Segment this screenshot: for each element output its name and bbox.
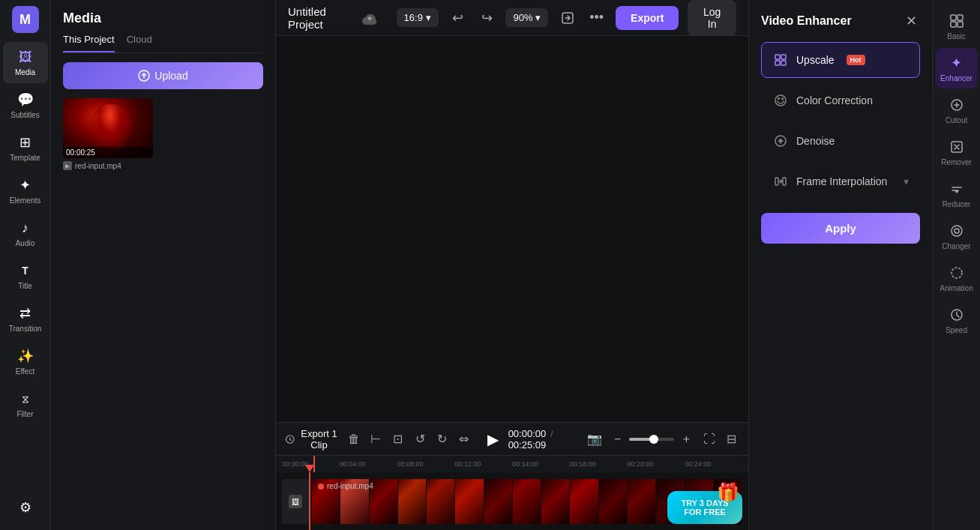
far-right-reducer[interactable]: Reducer (936, 174, 978, 214)
video-enhancer-content: Video Enhancer ✕ Upscale Hot (749, 0, 932, 530)
media-panel-title: Media (63, 10, 263, 26)
svg-point-8 (778, 97, 780, 100)
more-options-button[interactable]: ••• (586, 6, 607, 30)
frame-interpolation-chevron: ▾ (904, 175, 909, 187)
changer-label: Changer (942, 242, 970, 250)
far-right-panel: Basic ✦ Enhancer Cutout Remover (932, 0, 980, 530)
top-bar: Untitled Project 16:9 ▾ ↩ ↪ 90% ▾ ••• Ex… (276, 0, 748, 36)
playhead (309, 472, 310, 530)
sidebar-label-effect: Effect (16, 367, 34, 376)
sidebar-item-settings[interactable]: ⚙ (3, 493, 48, 523)
sidebar-label-elements: Elements (10, 196, 41, 205)
enhancer-option-color-correction[interactable]: Color Correction (761, 82, 920, 118)
far-right-changer[interactable]: Changer (936, 216, 978, 256)
cutout-label: Cutout (946, 116, 967, 124)
sidebar-item-filter[interactable]: ⧖ Filter (3, 384, 48, 425)
hot-badge: Hot (847, 55, 865, 65)
sidebar-item-elements[interactable]: ✦ Elements (3, 170, 48, 211)
media-item-0[interactable]: 00:00:25 ▶ red-input.mp4 (63, 98, 153, 170)
undo-button[interactable]: ↩ (448, 6, 468, 30)
project-name[interactable]: Untitled Project (288, 5, 352, 31)
upload-icon (138, 70, 150, 82)
animation-icon (948, 264, 966, 282)
export-clip-button[interactable]: Export 1 Clip (285, 428, 340, 451)
tab-this-project[interactable]: This Project (63, 34, 115, 52)
camera-button[interactable]: 📷 (586, 429, 602, 450)
media-grid: 00:00:25 ▶ red-input.mp4 (51, 98, 275, 170)
layout-button[interactable]: ⊟ (724, 429, 739, 450)
fullscreen-button[interactable]: ⛶ (701, 429, 717, 450)
sidebar-item-audio[interactable]: ♪ Audio (3, 213, 48, 254)
template-icon: ⊞ (16, 133, 34, 151)
flip-button[interactable]: ⇔ (456, 429, 472, 450)
zoom-in-button[interactable]: + (677, 430, 695, 448)
enhancer-option-denoise[interactable]: Denoise (761, 123, 920, 159)
app-logo: M (12, 6, 39, 33)
far-right-animation[interactable]: Animation (936, 258, 978, 298)
speed-label: Speed (946, 326, 967, 334)
zoom-out-button[interactable]: − (608, 430, 626, 448)
far-right-basic[interactable]: Basic (936, 6, 978, 46)
animation-label: Animation (940, 284, 973, 292)
crop-button[interactable]: ⊡ (390, 429, 406, 450)
enhancer-panel-icon: ✦ (948, 54, 966, 72)
export-button[interactable]: Export (616, 6, 679, 30)
apply-button[interactable]: Apply (761, 213, 920, 244)
share-button[interactable] (557, 6, 577, 30)
title-icon: T (16, 262, 34, 280)
enhancer-option-frame-interpolation[interactable]: Frame Interpolation ▾ (761, 163, 920, 199)
elements-icon: ✦ (16, 176, 34, 194)
sidebar-item-transition[interactable]: ⇄ Transition (3, 298, 48, 340)
sidebar-item-subtitles[interactable]: 💬 Subtitles (3, 85, 48, 126)
zoom-slider[interactable] (629, 438, 674, 441)
far-right-cutout[interactable]: Cutout (936, 90, 978, 130)
ruler-mark-6: 00:20:00 (628, 460, 685, 468)
sidebar-item-title[interactable]: T Title (3, 256, 48, 297)
far-right-enhancer[interactable]: ✦ Enhancer (936, 48, 978, 88)
tab-cloud[interactable]: Cloud (127, 34, 152, 52)
upload-button[interactable]: Upload (63, 62, 263, 89)
sidebar-label-audio: Audio (16, 239, 35, 248)
far-right-remover[interactable]: Remover (936, 132, 978, 172)
enhancer-option-denoise-left: Denoise (772, 133, 835, 149)
far-right-speed[interactable]: Speed (936, 300, 978, 340)
enhancer-option-upscale-left: Upscale Hot (772, 52, 865, 68)
zoom-selector[interactable]: 90% ▾ (505, 8, 548, 27)
ruler-mark-3: 00:12:00 (454, 460, 512, 468)
delete-button[interactable]: 🗑 (346, 429, 361, 450)
sidebar-item-template[interactable]: ⊞ Template (3, 127, 48, 169)
zoom-controls: − + (608, 430, 695, 448)
play-button[interactable]: ▶ (484, 427, 502, 451)
sidebar-item-effect[interactable]: ✨ Effect (3, 341, 48, 382)
cloud-save-icon[interactable] (361, 7, 378, 28)
sidebar-item-media[interactable]: 🖼 Media (3, 42, 48, 83)
media-header: Media This Project Cloud (51, 0, 275, 53)
svg-rect-15 (958, 15, 963, 20)
file-icon: ▶ (63, 161, 72, 170)
filter-icon: ⧖ (16, 390, 34, 408)
basic-icon (948, 12, 966, 30)
track-label: 🖼 (282, 479, 309, 524)
split-button[interactable]: ⊢ (368, 429, 384, 450)
changer-icon (948, 222, 966, 240)
svg-rect-17 (958, 22, 963, 27)
export-clip-label: Export 1 Clip (298, 428, 340, 451)
main-area: Untitled Project 16:9 ▾ ↩ ↪ 90% ▾ ••• Ex… (276, 0, 748, 530)
login-button[interactable]: Log In (688, 0, 736, 36)
rotate-right-button[interactable]: ↻ (434, 429, 450, 450)
enhancer-option-upscale[interactable]: Upscale Hot (761, 42, 920, 78)
try-cta-button[interactable]: 🎁 TRY 3 DAYS FOR FREE (667, 491, 742, 524)
panel-close-button[interactable]: ✕ (902, 12, 920, 30)
video-enhancer-panel: Video Enhancer ✕ Upscale Hot (748, 0, 932, 530)
current-time: 00:00:00 (508, 428, 547, 439)
aspect-ratio-selector[interactable]: 16:9 ▾ (397, 8, 439, 27)
redo-button[interactable]: ↪ (477, 6, 497, 30)
media-tabs: This Project Cloud (63, 34, 263, 53)
ruler-marks: 00:00:00 00:04:00 00:08:00 00:12:00 00:1… (282, 460, 742, 468)
svg-rect-13 (783, 178, 786, 185)
media-filename: ▶ red-input.mp4 (63, 161, 153, 170)
track-filename: red-input.mp4 (318, 482, 373, 490)
rotate-left-button[interactable]: ↺ (412, 429, 427, 450)
upscale-icon (772, 52, 789, 68)
time-display: 00:00:00 / 00:25:09 (508, 428, 574, 451)
